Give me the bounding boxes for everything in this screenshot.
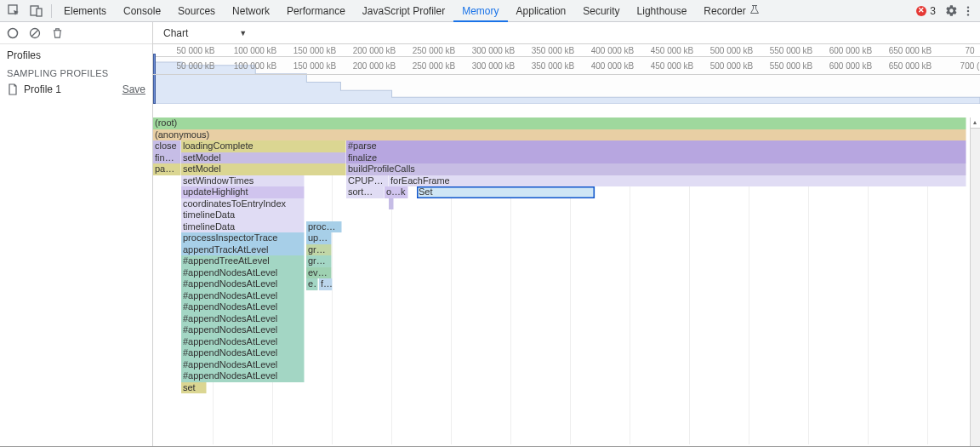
ruler-tick: 350 000 kB — [532, 46, 575, 55]
view-select[interactable]: Chart ▼ — [158, 26, 252, 41]
tab-memory[interactable]: Memory — [453, 0, 507, 22]
ruler-tick: 200 000 kB — [353, 46, 396, 55]
ruler-tick: 100 000 kB — [234, 61, 277, 71]
ruler-tick: 450 000 kB — [651, 61, 694, 71]
flame-frame[interactable]: #appendNodesAtLevel — [181, 267, 305, 279]
flame-frame[interactable]: CPUP…del — [346, 175, 389, 187]
flame-frame[interactable]: buildProfileCalls — [346, 163, 966, 175]
flame-frame[interactable]: gr…ew — [306, 255, 332, 267]
chevron-down-icon: ▼ — [239, 29, 247, 37]
tab-console[interactable]: Console — [115, 0, 169, 22]
ruler-tick: 400 000 kB — [591, 61, 635, 71]
flame-frame[interactable]: #appendNodesAtLevel — [181, 301, 305, 313]
svg-point-7 — [9, 28, 18, 37]
sidebar-section: SAMPLING PROFILES — [0, 63, 152, 80]
tab-elements[interactable]: Elements — [55, 0, 115, 22]
flame-frame[interactable]: appendTrackAtLevel — [181, 244, 305, 256]
flame-frame[interactable]: timelineData — [181, 209, 305, 221]
svg-point-4 — [967, 6, 969, 8]
flame-frame[interactable]: #appendNodesAtLevel — [181, 370, 305, 382]
flame-frame[interactable]: ev…ew — [306, 267, 332, 279]
flame-frame[interactable]: #parse — [346, 140, 966, 152]
profile-item[interactable]: Profile 1 Save — [0, 80, 152, 99]
tab-security[interactable]: Security — [574, 0, 628, 22]
flame-frame[interactable]: set — [181, 382, 207, 394]
flame-frame[interactable]: f…r — [319, 278, 333, 290]
flame-frame[interactable]: updateHighlight — [181, 186, 305, 198]
flame-frame[interactable]: loadingComplete — [181, 140, 346, 152]
ruler-tick: 500 000 kB — [710, 61, 754, 71]
flame-frame[interactable]: #appendNodesAtLevel — [181, 290, 305, 302]
flame-frame[interactable]: #appendTreeAtLevel — [181, 255, 305, 267]
flame-frame[interactable] — [389, 198, 394, 210]
ruler-tick: 600 000 kB — [829, 46, 873, 55]
error-count: 3 — [930, 5, 936, 17]
devtools-tabbar: ElementsConsoleSourcesNetworkPerformance… — [0, 0, 980, 22]
flame-frame[interactable]: setModel — [181, 163, 346, 175]
document-icon — [7, 83, 19, 95]
settings-icon[interactable] — [943, 3, 960, 20]
tab-network[interactable]: Network — [224, 0, 278, 22]
flame-frame[interactable]: sort…ples — [346, 186, 385, 198]
flame-frame[interactable]: timelineData — [181, 221, 305, 233]
flame-frame[interactable]: setWindowTimes — [181, 175, 305, 187]
tab-recorder[interactable]: Recorder — [695, 0, 767, 22]
flame-frame[interactable]: Set — [417, 186, 595, 198]
flame-scrollbar[interactable] — [970, 117, 980, 446]
sidebar-toolbar — [0, 22, 152, 44]
ruler-tick: 50 000 kB — [176, 46, 214, 55]
profile-name: Profile 1 — [24, 83, 61, 95]
profiles-sidebar: Profiles SAMPLING PROFILES Profile 1 Sav… — [0, 22, 153, 446]
flame-frame[interactable]: forEachFrame — [389, 175, 966, 187]
clear-icon[interactable] — [26, 24, 44, 43]
flame-frame[interactable]: proc…ata — [306, 221, 342, 233]
ruler-tick: 300 000 kB — [472, 46, 516, 55]
flame-frame[interactable]: #appendNodesAtLevel — [181, 313, 305, 325]
flame-frame[interactable]: e… — [306, 278, 318, 290]
ruler-tick: 400 000 kB — [591, 46, 635, 55]
tab-javascript-profiler[interactable]: JavaScript Profiler — [354, 0, 453, 22]
tab-list: ElementsConsoleSourcesNetworkPerformance… — [55, 0, 768, 22]
tab-performance[interactable]: Performance — [278, 0, 354, 22]
flame-frame[interactable]: #appendNodesAtLevel — [181, 359, 305, 371]
flame-frame[interactable]: (anonymous) — [153, 129, 966, 141]
delete-icon[interactable] — [48, 24, 66, 43]
flame-frame[interactable]: close — [153, 140, 181, 152]
flame-frame[interactable]: setModel — [181, 152, 346, 164]
flame-frame[interactable]: o…k — [385, 186, 408, 198]
divider — [51, 4, 52, 18]
record-icon[interactable] — [3, 24, 22, 43]
tab-application[interactable]: Application — [508, 0, 575, 22]
tab-sources[interactable]: Sources — [169, 0, 224, 22]
save-link[interactable]: Save — [122, 83, 145, 95]
ruler-tick: 50 000 kB — [176, 61, 214, 71]
inspect-icon[interactable] — [5, 2, 24, 20]
device-toggle-icon[interactable] — [27, 2, 46, 20]
flame-frame[interactable]: #appendNodesAtLevel — [181, 347, 305, 359]
svg-point-5 — [967, 9, 969, 11]
flame-frame[interactable]: (root) — [153, 117, 966, 129]
ruler-tick: 200 000 kB — [353, 61, 396, 71]
ruler-tick: 250 000 kB — [413, 46, 456, 55]
flame-frame[interactable]: gro…ts — [306, 244, 332, 256]
flame-frame[interactable]: #appendNodesAtLevel — [181, 336, 305, 348]
ruler-tick: 600 000 kB — [829, 61, 873, 71]
overview-chart[interactable]: 50 000 kB100 000 kB150 000 kB200 000 kB2… — [153, 44, 980, 117]
flame-frame[interactable]: #appendNodesAtLevel — [181, 324, 305, 336]
flame-frame[interactable]: coordinatesToEntryIndex — [181, 198, 305, 210]
flame-frame[interactable]: finalize — [346, 152, 966, 164]
flame-frame[interactable]: fin…ce — [153, 152, 181, 164]
error-badge[interactable]: ✕ 3 — [916, 5, 936, 17]
sidebar-title: Profiles — [0, 44, 152, 63]
recorder-beta-icon — [749, 4, 760, 17]
more-icon[interactable] — [960, 3, 977, 20]
flame-frame[interactable]: processInspectorTrace — [181, 232, 305, 244]
flame-frame[interactable]: up…up — [306, 232, 332, 244]
scroll-up-icon[interactable]: ▴ — [970, 117, 980, 128]
ruler-tick: 500 000 kB — [710, 46, 754, 55]
flame-frame[interactable]: pa…at — [153, 163, 181, 175]
flame-chart[interactable]: (root)(anonymous)closeloadingComplete#pa… — [153, 117, 980, 446]
flame-frame[interactable]: #appendNodesAtLevel — [181, 278, 305, 290]
ruler-tick: 150 000 kB — [293, 61, 337, 71]
tab-lighthouse[interactable]: Lighthouse — [629, 0, 696, 22]
